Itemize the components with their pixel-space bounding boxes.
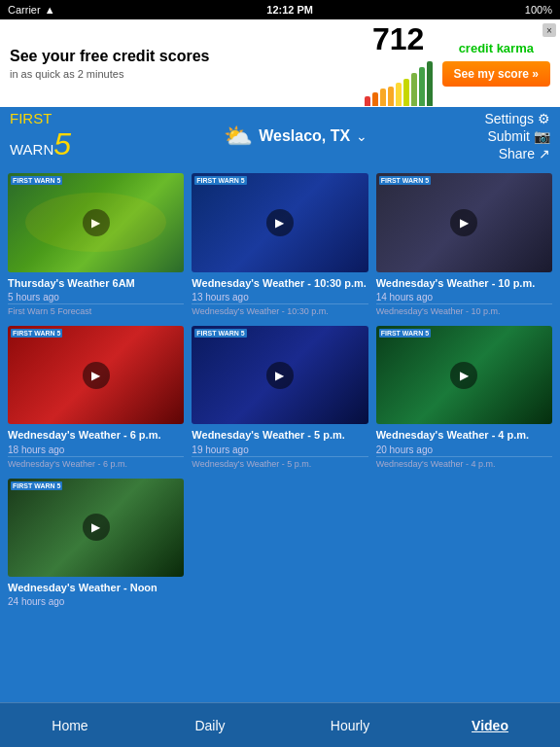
app-header: FIRST WARN 5 ⛅ Weslaco, TX ⌄ Settings ⚙ …	[0, 107, 560, 165]
video-item[interactable]: ▶ FIRST WARN 5 Wednesday's Weather - 10 …	[376, 173, 552, 318]
score-bar	[372, 92, 378, 106]
video-title: Wednesday's Weather - 10:30 p.m.	[192, 276, 368, 290]
video-desc: Wednesday's Weather - 10 p.m.	[376, 303, 552, 316]
play-button[interactable]: ▶	[266, 209, 294, 236]
video-title: Wednesday's Weather - 6 p.m.	[8, 428, 184, 442]
status-time: 12:12 PM	[266, 4, 313, 16]
see-score-button[interactable]: See my score »	[442, 61, 550, 87]
video-info: Wednesday's Weather - 6 p.m. 18 hours ag…	[8, 424, 184, 470]
video-time: 18 hours ago	[8, 445, 184, 455]
submit-camera-icon: 📷	[534, 128, 550, 144]
logo-first: FIRST	[10, 110, 52, 126]
status-left: Carrier ▲	[8, 4, 55, 16]
nav-item-daily[interactable]: Daily	[140, 708, 280, 743]
play-button[interactable]: ▶	[450, 362, 477, 389]
video-info: Wednesday's Weather - 4 p.m. 20 hours ag…	[376, 424, 552, 470]
video-title: Thursday's Weather 6AM	[8, 276, 184, 290]
video-thumbnail: ▶ FIRST WARN 5	[192, 326, 368, 425]
video-info: Wednesday's Weather - Noon 24 hours ago	[8, 577, 184, 609]
location-name: Weslaco, TX	[259, 127, 350, 145]
play-button[interactable]: ▶	[266, 362, 294, 389]
carrier-text: Carrier	[8, 4, 41, 16]
ad-subtext: in as quick as 2 minutes	[10, 68, 355, 80]
bottom-nav: HomeDailyHourlyVideo	[0, 702, 560, 747]
video-info: Thursday's Weather 6AM 5 hours ago First…	[8, 272, 184, 318]
fw5-badge: FIRST WARN 5	[194, 329, 246, 338]
video-time: 14 hours ago	[376, 292, 552, 302]
score-bar	[427, 61, 433, 106]
score-bar	[365, 96, 370, 106]
score-bar	[411, 73, 417, 106]
video-title: Wednesday's Weather - 5 p.m.	[192, 428, 368, 442]
location-block[interactable]: ⛅ Weslaco, TX ⌄	[107, 123, 484, 150]
app-logo: FIRST WARN 5	[10, 110, 107, 162]
video-item[interactable]: ▶ FIRST WARN 5 Thursday's Weather 6AM 5 …	[8, 173, 184, 318]
play-button[interactable]: ▶	[450, 209, 477, 236]
fw5-badge: FIRST WARN 5	[379, 329, 431, 338]
video-info: Wednesday's Weather - 10 p.m. 14 hours a…	[376, 272, 552, 318]
video-time: 5 hours ago	[8, 292, 184, 302]
video-info: Wednesday's Weather - 5 p.m. 19 hours ag…	[192, 424, 368, 470]
video-grid: ▶ FIRST WARN 5 Thursday's Weather 6AM 5 …	[0, 165, 560, 702]
submit-button[interactable]: Submit 📷	[487, 128, 550, 144]
video-desc: Wednesday's Weather - 4 p.m.	[376, 456, 552, 469]
video-item[interactable]: ▶ FIRST WARN 5 Wednesday's Weather - 10:…	[192, 173, 368, 318]
play-button[interactable]: ▶	[83, 362, 110, 389]
video-desc: Wednesday's Weather - 5 p.m.	[192, 456, 368, 469]
fw5-badge: FIRST WARN 5	[11, 481, 62, 490]
video-item[interactable]: ▶ FIRST WARN 5 Wednesday's Weather - 6 p…	[8, 326, 184, 471]
video-thumbnail: ▶ FIRST WARN 5	[8, 326, 184, 425]
video-item[interactable]: ▶ FIRST WARN 5 Wednesday's Weather - 5 p…	[192, 326, 368, 471]
ad-score-block: 712	[365, 21, 433, 106]
credit-karma-logo: credit karma	[459, 41, 534, 55]
share-label: Share	[499, 146, 535, 161]
fw5-badge: FIRST WARN 5	[194, 176, 246, 185]
video-thumbnail: ▶ FIRST WARN 5	[192, 173, 368, 272]
ad-close-button[interactable]: ×	[542, 23, 556, 37]
battery-text: 100%	[525, 4, 552, 16]
fw5-badge: FIRST WARN 5	[379, 176, 431, 185]
play-button[interactable]: ▶	[83, 209, 110, 236]
video-info: Wednesday's Weather - 10:30 p.m. 13 hour…	[192, 272, 368, 318]
signal-icon: ▲	[45, 4, 55, 16]
video-title: Wednesday's Weather - 4 p.m.	[376, 428, 552, 442]
nav-item-video[interactable]: Video	[420, 708, 560, 743]
play-button[interactable]: ▶	[83, 514, 110, 541]
video-item[interactable]: ▶ FIRST WARN 5 Wednesday's Weather - Noo…	[8, 479, 184, 610]
ad-score-value: 712	[372, 21, 424, 57]
header-actions: Settings ⚙ Submit 📷 Share ↗	[484, 111, 550, 161]
video-desc: Wednesday's Weather - 10:30 p.m.	[192, 303, 368, 316]
video-thumbnail: ▶ FIRST WARN 5	[376, 173, 552, 272]
settings-button[interactable]: Settings ⚙	[484, 111, 550, 126]
logo-5: 5	[53, 126, 71, 162]
video-time: 20 hours ago	[376, 445, 552, 455]
ad-banner: See your free credit scores in as quick …	[0, 19, 560, 107]
video-item[interactable]: ▶ FIRST WARN 5 Wednesday's Weather - 4 p…	[376, 326, 552, 471]
video-time: 13 hours ago	[192, 292, 368, 302]
score-bar	[380, 89, 386, 106]
ad-headline: See your free credit scores	[10, 47, 355, 65]
weather-cloud-icon: ⛅	[224, 123, 253, 150]
video-title: Wednesday's Weather - Noon	[8, 581, 184, 594]
status-bar: Carrier ▲ 12:12 PM 100%	[0, 0, 560, 19]
video-thumbnail: ▶ FIRST WARN 5	[8, 173, 184, 272]
score-bar	[396, 83, 402, 106]
location-chevron-icon: ⌄	[356, 128, 368, 144]
video-thumbnail: ▶ FIRST WARN 5	[376, 326, 552, 425]
settings-gear-icon: ⚙	[538, 111, 550, 126]
video-time: 24 hours ago	[8, 596, 184, 607]
fw5-badge: FIRST WARN 5	[11, 329, 62, 338]
settings-label: Settings	[484, 111, 534, 126]
fw5-badge: FIRST WARN 5	[11, 176, 62, 185]
nav-item-hourly[interactable]: Hourly	[280, 708, 420, 743]
video-time: 19 hours ago	[192, 445, 368, 455]
score-bar	[403, 79, 409, 106]
score-bar	[419, 67, 425, 106]
submit-label: Submit	[487, 128, 530, 144]
share-button[interactable]: Share ↗	[499, 146, 550, 161]
video-thumbnail: ▶ FIRST WARN 5	[8, 479, 184, 578]
video-desc: Wednesday's Weather - 6 p.m.	[8, 456, 184, 469]
video-title: Wednesday's Weather - 10 p.m.	[376, 276, 552, 290]
nav-item-home[interactable]: Home	[0, 708, 140, 743]
score-bar	[388, 87, 394, 106]
